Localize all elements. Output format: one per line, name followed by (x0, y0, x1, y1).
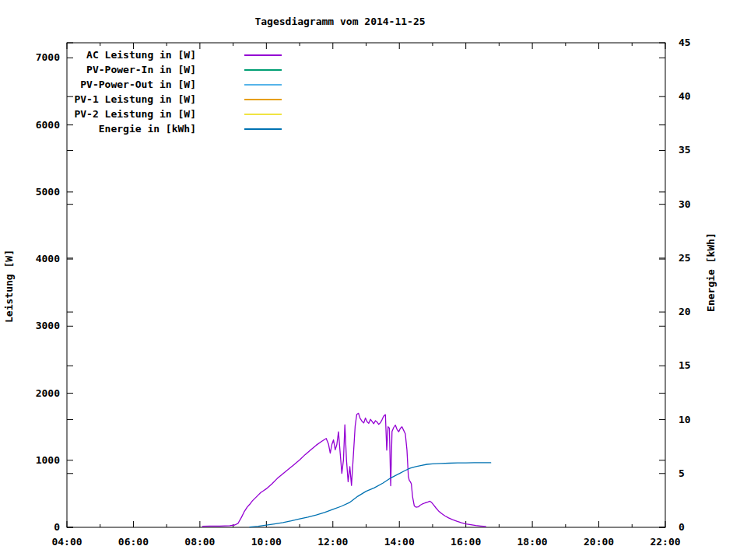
tagesdiagramm-chart: 04:0006:0008:0010:0012:0014:0016:0018:00… (0, 0, 747, 560)
y2-tick-label: 5 (679, 467, 685, 479)
y-tick-label: 0 (54, 521, 60, 533)
y-tick-label: 2000 (36, 387, 60, 399)
y2-tick-label: 35 (679, 144, 691, 156)
legend-label: AC Leistung in [W] (86, 49, 196, 61)
y2-tick-label: 40 (679, 90, 691, 102)
x-tick-label: 20:00 (584, 536, 614, 548)
y-axis-title: Leistung [W] (3, 250, 15, 323)
legend-label: PV-Power-Out in [W] (80, 79, 196, 90)
x-tick-label: 06:00 (118, 536, 149, 548)
legend-label: PV-2 Leistung in [W] (74, 108, 196, 120)
legend-label: Energie in [kWh] (99, 123, 196, 135)
x-tick-label: 10:00 (251, 536, 282, 548)
y-tick-label: 1000 (36, 454, 60, 466)
y2-axis-title: Energie [kWh] (705, 233, 717, 312)
x-tick-label: 18:00 (517, 536, 548, 548)
x-tick-label: 04:00 (51, 536, 82, 548)
y2-tick-label: 15 (679, 359, 691, 371)
x-tick-label: 22:00 (650, 536, 680, 548)
y2-tick-label: 30 (679, 198, 691, 210)
legend-label: PV-Power-In in [W] (86, 64, 196, 75)
y2-tick-label: 45 (679, 37, 691, 48)
y2-tick-label: 20 (679, 306, 691, 317)
x-tick-label: 14:00 (384, 536, 415, 548)
y-tick-label: 6000 (36, 119, 60, 131)
y-tick-label: 3000 (36, 320, 60, 331)
y2-tick-label: 0 (679, 521, 685, 533)
series-energie (250, 463, 491, 527)
y2-tick-label: 25 (679, 252, 691, 264)
tagesdiagramm-page: Tagesdiagramm vom 2014-11-25 04:0006:000… (0, 0, 747, 560)
x-tick-label: 16:00 (451, 536, 481, 548)
y-tick-label: 5000 (36, 186, 60, 198)
y-tick-label: 7000 (36, 51, 60, 63)
y-tick-label: 4000 (36, 253, 60, 264)
y2-tick-label: 10 (679, 414, 691, 425)
series-ac-leistung (202, 413, 486, 526)
x-tick-label: 12:00 (317, 536, 348, 548)
x-tick-label: 08:00 (184, 536, 215, 548)
legend-label: PV-1 Leistung in [W] (74, 93, 196, 105)
